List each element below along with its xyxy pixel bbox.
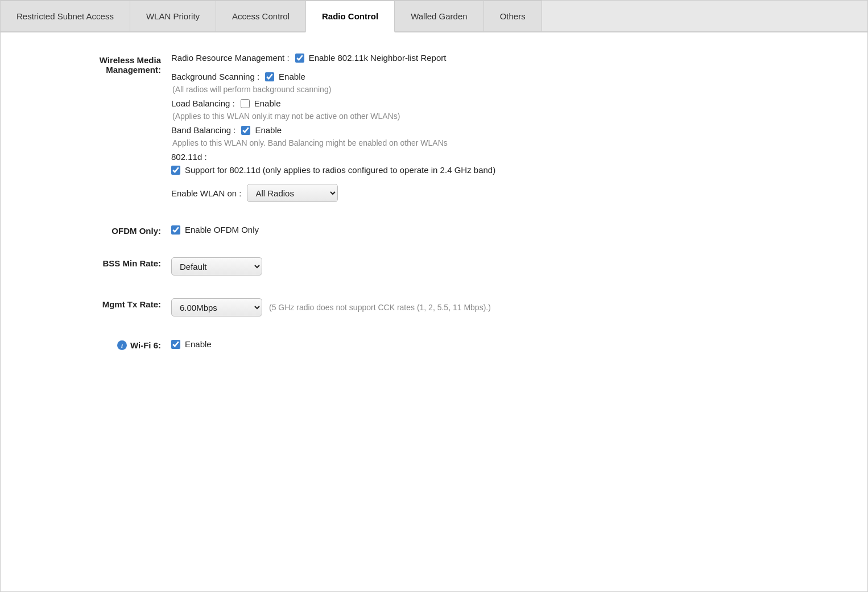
wifi6-label: Wi-Fi 6: bbox=[130, 340, 161, 350]
bg-scanning-checkbox[interactable] bbox=[265, 72, 274, 81]
wifi6-row: Enable bbox=[171, 339, 833, 349]
mgmt-tx-rate-content: 6.00Mbps 9.00Mbps 12.00Mbps 18.00Mbps 24… bbox=[171, 298, 833, 320]
wifi6-content: Enable bbox=[171, 339, 833, 352]
ofdm-label: OFDM Only: bbox=[35, 225, 171, 236]
tab-restricted-subnet[interactable]: Restricted Subnet Access bbox=[1, 1, 130, 31]
enable-wlan-row: Enable WLAN on : All Radios Radio 1 Only… bbox=[171, 184, 833, 202]
band-balancing-checkbox[interactable] bbox=[241, 126, 250, 135]
dot11d-checkbox-row: Support for 802.11d (only applies to rad… bbox=[171, 165, 833, 175]
wireless-media-section: Wireless Media Management: Radio Resourc… bbox=[35, 53, 833, 205]
load-balancing-checkbox[interactable] bbox=[241, 99, 250, 108]
dot11d-checkbox[interactable] bbox=[171, 166, 180, 175]
ofdm-checkbox-wrap[interactable]: Enable OFDM Only bbox=[171, 225, 259, 235]
wifi6-checkbox-wrap[interactable]: Enable bbox=[171, 339, 212, 349]
bss-min-rate-row: Default 1 Mbps 2 Mbps 5.5 Mbps 6 Mbps 9 … bbox=[171, 257, 833, 276]
wifi6-section: i Wi-Fi 6: Enable bbox=[35, 339, 833, 352]
ofdm-row: Enable OFDM Only bbox=[171, 225, 833, 235]
tab-access-control[interactable]: Access Control bbox=[216, 1, 306, 31]
tab-others[interactable]: Others bbox=[483, 1, 542, 31]
wireless-media-label: Wireless Media Management: bbox=[35, 53, 171, 75]
band-balancing-row: Band Balancing : Enable bbox=[171, 125, 833, 135]
tab-radio-control[interactable]: Radio Control bbox=[305, 1, 395, 32]
tab-walled-garden[interactable]: Walled Garden bbox=[394, 1, 484, 31]
wifi6-info-icon[interactable]: i bbox=[117, 340, 127, 350]
bg-scanning-checkbox-wrap[interactable]: Enable bbox=[265, 72, 305, 81]
bss-min-rate-select[interactable]: Default 1 Mbps 2 Mbps 5.5 Mbps 6 Mbps 9 … bbox=[171, 257, 262, 276]
band-balancing-checkbox-wrap[interactable]: Enable bbox=[241, 125, 282, 135]
bss-min-rate-content: Default 1 Mbps 2 Mbps 5.5 Mbps 6 Mbps 9 … bbox=[171, 257, 833, 279]
dot11d-label-row: 802.11d : bbox=[171, 152, 833, 162]
mgmt-tx-rate-row: 6.00Mbps 9.00Mbps 12.00Mbps 18.00Mbps 24… bbox=[171, 298, 833, 316]
load-balancing-checkbox-wrap[interactable]: Enable bbox=[241, 98, 281, 108]
tab-wlan-priority[interactable]: WLAN Priority bbox=[130, 1, 216, 31]
load-balancing-row: Load Balancing : Enable bbox=[171, 98, 833, 108]
bg-scanning-row: Background Scanning : Enable bbox=[171, 72, 833, 81]
bss-min-rate-label: BSS Min Rate: bbox=[35, 257, 171, 268]
dot11d-checkbox-wrap[interactable]: Support for 802.11d (only applies to rad… bbox=[171, 165, 495, 175]
enable-wlan-select[interactable]: All Radios Radio 1 Only Radio 2 Only bbox=[247, 184, 338, 202]
ofdm-section: OFDM Only: Enable OFDM Only bbox=[35, 225, 833, 238]
ofdm-content: Enable OFDM Only bbox=[171, 225, 833, 238]
wifi6-label-wrap: i Wi-Fi 6: bbox=[35, 339, 171, 350]
wifi6-checkbox[interactable] bbox=[171, 340, 180, 349]
band-balancing-note: Applies to this WLAN only. Band Balancin… bbox=[172, 138, 833, 147]
mgmt-tx-rate-label: Mgmt Tx Rate: bbox=[35, 298, 171, 309]
content-area: Wireless Media Management: Radio Resourc… bbox=[1, 32, 867, 381]
wireless-media-content: Radio Resource Management : Enable 802.1… bbox=[171, 53, 833, 205]
main-container: Restricted Subnet Access WLAN Priority A… bbox=[0, 0, 868, 592]
rrm-checkbox-wrap[interactable]: Enable 802.11k Neighbor-list Report bbox=[295, 53, 447, 63]
ofdm-checkbox[interactable] bbox=[171, 225, 180, 235]
mgmt-tx-rate-select[interactable]: 6.00Mbps 9.00Mbps 12.00Mbps 18.00Mbps 24… bbox=[171, 298, 262, 316]
mgmt-tx-rate-section: Mgmt Tx Rate: 6.00Mbps 9.00Mbps 12.00Mbp… bbox=[35, 298, 833, 320]
tab-bar: Restricted Subnet Access WLAN Priority A… bbox=[1, 1, 867, 32]
rrm-checkbox[interactable] bbox=[295, 54, 304, 63]
bg-scanning-hint: (All radios will perform background scan… bbox=[172, 85, 833, 94]
rrm-row: Radio Resource Management : Enable 802.1… bbox=[171, 53, 833, 63]
bss-min-rate-section: BSS Min Rate: Default 1 Mbps 2 Mbps 5.5 … bbox=[35, 257, 833, 279]
load-balancing-hint: (Applies to this WLAN only.it may not be… bbox=[172, 112, 833, 121]
mgmt-tx-rate-note: (5 GHz radio does not support CCK rates … bbox=[269, 303, 491, 312]
